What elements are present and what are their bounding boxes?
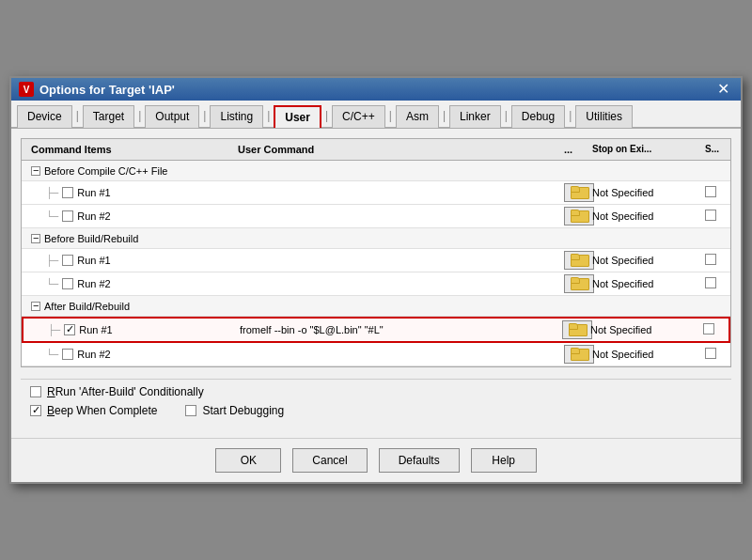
- before-build-run2-s-checkbox[interactable]: [705, 277, 716, 288]
- section-before-build: Before Build/Rebuild: [22, 228, 730, 249]
- header-s: S...: [701, 142, 725, 157]
- tab-asm[interactable]: Asm: [396, 105, 439, 128]
- collapse-before-build-icon[interactable]: [31, 234, 40, 243]
- defaults-button[interactable]: Defaults: [379, 448, 460, 473]
- tab-utilities[interactable]: Utilities: [575, 105, 633, 128]
- tab-output[interactable]: Output: [145, 105, 199, 128]
- start-debugging-checkbox[interactable]: [185, 405, 196, 416]
- button-row: OK Cancel Defaults Help: [11, 438, 741, 482]
- tab-sep-8: |: [503, 104, 509, 127]
- folder-icon: [571, 277, 588, 290]
- after-build-run1-s-checkbox[interactable]: [703, 323, 714, 334]
- close-button[interactable]: ✕: [713, 82, 733, 97]
- start-debugging-row: Start Debugging: [185, 404, 284, 417]
- beep-when-complete-label: Beep When Complete: [47, 404, 157, 417]
- before-build-run1-stop: Not Specified: [588, 254, 701, 267]
- header-command-items: Command Items: [27, 142, 234, 157]
- after-build-run2-s[interactable]: [701, 347, 725, 362]
- before-build-run1-command[interactable]: [234, 259, 560, 261]
- start-debugging-label: Start Debugging: [202, 404, 284, 417]
- tab-target[interactable]: Target: [83, 105, 134, 128]
- before-compile-run1: ├─ Run #1 Not Specified: [22, 181, 730, 205]
- before-build-run2: └─ Run #2 Not Specified: [22, 272, 730, 296]
- tab-sep-1: |: [74, 104, 81, 127]
- tab-debug[interactable]: Debug: [511, 105, 565, 128]
- beep-when-complete-row: Beep When Complete: [30, 404, 157, 417]
- before-build-run1-s[interactable]: [701, 253, 725, 268]
- title-bar: V Options for Target 'IAP' ✕: [11, 78, 741, 101]
- header-ellipsis: ...: [560, 142, 588, 157]
- options-area: RRun 'After-Build' Conditionally Beep Wh…: [21, 379, 731, 428]
- header-user-command: User Command: [234, 142, 560, 157]
- ok-button[interactable]: OK: [215, 448, 281, 473]
- app-icon: V: [19, 82, 34, 97]
- after-build-run2-stop: Not Specified: [588, 348, 701, 361]
- after-build-run2-command[interactable]: [234, 353, 560, 355]
- run-after-build-checkbox[interactable]: [30, 386, 41, 397]
- after-build-run2-s-checkbox[interactable]: [705, 348, 716, 359]
- title-bar-left: V Options for Target 'IAP': [19, 82, 175, 97]
- before-compile-run2-checkbox[interactable]: [62, 210, 73, 222]
- before-compile-run1-ellipsis[interactable]: [560, 182, 588, 203]
- after-build-run1-ellipsis[interactable]: [558, 319, 587, 340]
- cancel-button[interactable]: Cancel: [292, 448, 367, 473]
- folder-icon: [571, 348, 588, 361]
- before-build-run1-checkbox[interactable]: [62, 255, 73, 266]
- before-build-run2-s[interactable]: [701, 276, 725, 291]
- before-compile-run1-stop: Not Specified: [588, 186, 701, 199]
- run-after-build-row: RRun 'After-Build' Conditionally: [30, 385, 722, 398]
- after-build-run1-checkbox[interactable]: [64, 324, 75, 335]
- after-build-run1-s[interactable]: [699, 322, 723, 337]
- before-compile-run1-s[interactable]: [701, 185, 725, 200]
- tab-device[interactable]: Device: [17, 105, 72, 128]
- before-build-run1-ellipsis[interactable]: [560, 250, 588, 271]
- tab-sep-4: |: [265, 104, 272, 127]
- before-compile-run2-ellipsis[interactable]: [560, 206, 588, 226]
- folder-icon: [571, 210, 588, 223]
- after-build-run1-stop: Not Specified: [587, 323, 699, 336]
- before-build-run1-s-checkbox[interactable]: [705, 254, 716, 265]
- before-build-run1: ├─ Run #1 Not Specified: [22, 249, 730, 272]
- header-stop-on-exit: Stop on Exi...: [588, 142, 701, 157]
- section-after-build-label: After Build/Rebuild: [27, 300, 234, 313]
- after-build-run2: └─ Run #2 Not Specified: [22, 343, 730, 366]
- tab-sep-5: |: [323, 104, 330, 127]
- table-header: Command Items User Command ... Stop on E…: [22, 139, 730, 161]
- after-build-run1-label: ├─ Run #1: [29, 323, 236, 337]
- dialog-title: Options for Target 'IAP': [39, 83, 175, 97]
- before-build-run2-ellipsis[interactable]: [560, 273, 588, 294]
- before-build-run2-command[interactable]: [234, 283, 560, 285]
- before-compile-run2-command[interactable]: [234, 215, 560, 217]
- before-compile-run1-checkbox[interactable]: [62, 187, 73, 198]
- bottom-options-row: Beep When Complete Start Debugging: [30, 404, 722, 423]
- folder-icon: [571, 254, 588, 267]
- before-compile-run1-command[interactable]: [234, 192, 560, 194]
- before-compile-run2-s[interactable]: [701, 209, 725, 224]
- tab-user[interactable]: User: [274, 105, 321, 128]
- content-area: Command Items User Command ... Stop on E…: [11, 129, 741, 438]
- beep-when-complete-checkbox[interactable]: [30, 405, 41, 416]
- after-build-run2-checkbox[interactable]: [62, 349, 73, 360]
- before-build-run2-checkbox[interactable]: [62, 278, 73, 289]
- tab-sep-7: |: [441, 104, 447, 127]
- collapse-after-build-icon[interactable]: [31, 302, 40, 311]
- section-before-compile-label: Before Compile C/C++ File: [27, 164, 234, 178]
- section-before-build-label: Before Build/Rebuild: [27, 232, 234, 245]
- after-build-run1-command[interactable]: fromelf --bin -o "$L@L.bin" "#L": [236, 323, 558, 336]
- help-button[interactable]: Help: [471, 448, 537, 473]
- tab-listing[interactable]: Listing: [210, 105, 263, 128]
- before-build-run2-stop: Not Specified: [588, 277, 701, 290]
- tab-sep-2: |: [136, 104, 143, 127]
- before-compile-run2-label: └─ Run #2: [27, 210, 234, 224]
- command-table: Command Items User Command ... Stop on E…: [21, 138, 731, 367]
- before-compile-run1-s-checkbox[interactable]: [705, 186, 716, 197]
- before-compile-run2-stop: Not Specified: [588, 210, 701, 223]
- before-compile-run2: └─ Run #2 Not Specified: [22, 205, 730, 228]
- tab-cpp[interactable]: C/C++: [332, 105, 385, 128]
- folder-icon: [569, 323, 586, 336]
- after-build-run2-ellipsis[interactable]: [560, 344, 588, 365]
- tab-sep-9: |: [567, 104, 573, 127]
- before-compile-run2-s-checkbox[interactable]: [705, 210, 716, 221]
- tab-linker[interactable]: Linker: [449, 105, 501, 128]
- collapse-before-compile-icon[interactable]: [31, 166, 40, 176]
